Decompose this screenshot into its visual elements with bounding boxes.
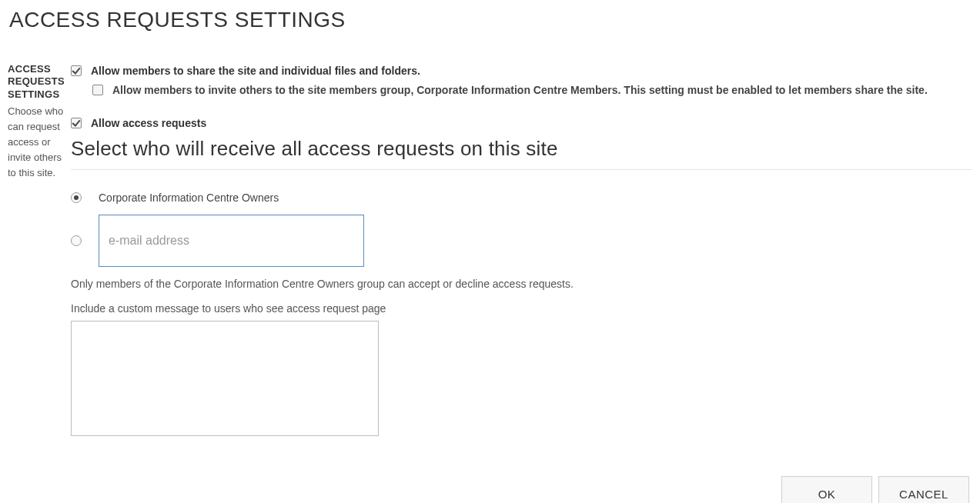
row-allow-invite: Allow members to invite others to the si…: [71, 82, 972, 98]
section-summary-description: Choose who can request access or invite …: [8, 104, 68, 182]
receive-heading: Select who will receive all access reque…: [71, 136, 972, 162]
checkbox-allow-share[interactable]: [71, 65, 82, 76]
cancel-button[interactable]: CANCEL: [878, 476, 969, 504]
divider: [71, 169, 972, 170]
radio-option-owners[interactable]: [71, 192, 82, 203]
ok-button[interactable]: OK: [781, 476, 872, 504]
radio-option-email[interactable]: [71, 235, 82, 246]
row-allow-access-requests: Allow access requests: [71, 115, 972, 132]
checkbox-allow-invite[interactable]: [92, 85, 103, 95]
checkbox-allow-access-requests[interactable]: [71, 118, 82, 128]
section-summary: ACCESS REQUESTS SETTINGS Choose who can …: [8, 63, 71, 181]
row-allow-share: Allow members to share the site and indi…: [71, 63, 972, 79]
dialog-footer: OK CANCEL: [71, 476, 972, 504]
row-option-email: [71, 215, 972, 267]
settings-main: Allow members to share the site and indi…: [71, 63, 972, 503]
label-option-owners: Corporate Information Centre Owners: [99, 192, 279, 204]
label-allow-share: Allow members to share the site and indi…: [91, 63, 420, 79]
section-summary-heading: ACCESS REQUESTS SETTINGS: [8, 63, 68, 101]
label-allow-invite: Allow members to invite others to the si…: [112, 82, 928, 98]
custom-message-textarea[interactable]: [71, 321, 379, 436]
email-input[interactable]: [99, 215, 364, 267]
owners-hint: Only members of the Corporate Informatio…: [71, 278, 972, 290]
label-allow-access-requests: Allow access requests: [91, 115, 206, 132]
custom-message-label: Include a custom message to users who se…: [71, 302, 972, 315]
settings-layout: ACCESS REQUESTS SETTINGS Choose who can …: [8, 63, 972, 503]
row-option-owners: Corporate Information Centre Owners: [71, 192, 972, 204]
page-title: ACCESS REQUESTS SETTINGS: [8, 8, 972, 32]
